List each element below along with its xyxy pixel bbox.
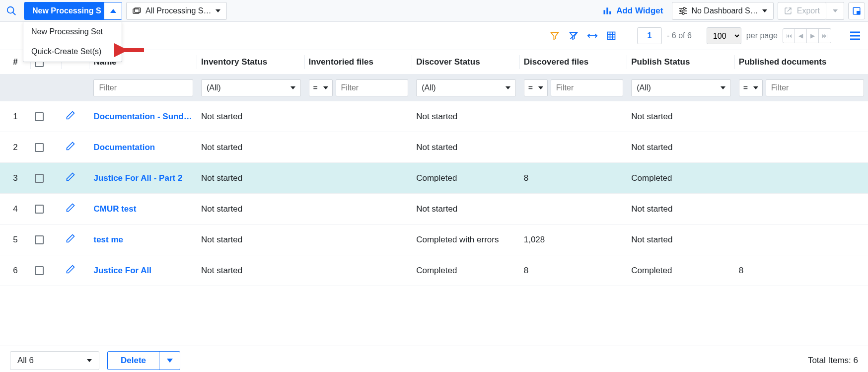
cell-inventoried-files [305,132,413,163]
dropdown-item-quick-create-sets[interactable]: Quick-Create Set(s) [23,42,122,62]
dashboard-selector[interactable]: No Dashboard S… [672,2,773,20]
row-name-link[interactable]: Justice For All - Part 2 [93,173,182,183]
cell-publish-status: Completed [627,163,735,194]
cell-published-documents [735,224,868,255]
pencil-icon[interactable] [66,236,75,245]
checkbox-icon[interactable] [35,266,44,275]
clear-filter-icon[interactable] [567,29,580,43]
svg-point-8 [683,7,685,9]
export-icon [784,7,792,15]
chart-icon [602,6,612,16]
table-row[interactable]: 5test meNot startedCompleted with errors… [0,224,868,255]
checkbox-icon[interactable] [35,235,44,244]
pencil-icon[interactable] [66,113,75,122]
checkbox-icon[interactable] [35,174,44,183]
cell-published-documents [735,194,868,224]
table-row[interactable]: 3Justice For All - Part 2Not startedComp… [0,163,868,194]
pager-last[interactable]: ⏭ [819,29,831,43]
search-icon[interactable] [3,2,20,19]
checkbox-icon[interactable] [35,112,44,121]
filter-discovered-files[interactable] [551,79,624,96]
dropdown-item-new-processing-set[interactable]: New Processing Set [23,22,122,42]
export-caret[interactable] [826,2,844,20]
row-name-link[interactable]: test me [93,235,123,244]
page-size-select[interactable]: 100 [707,27,741,44]
filter-op-inventoried[interactable]: = [309,79,333,96]
filter-name[interactable] [93,79,193,96]
new-processing-set-button[interactable]: New Processing S [24,2,104,19]
new-processing-set-split-button[interactable]: New Processing S [24,2,122,20]
checkbox-icon[interactable] [35,143,44,152]
layout-toggle-button[interactable] [848,2,865,19]
col-inventoried-files[interactable]: Inventoried files [305,50,413,74]
grid-view-icon[interactable] [604,29,618,43]
svg-rect-5 [607,7,608,14]
table-row[interactable]: 2DocumentationNot startedNot startedNot … [0,132,868,163]
row-name-link[interactable]: Documentation [93,143,155,152]
checkbox-icon[interactable] [35,205,44,214]
cell-publish-status: Not started [627,132,735,163]
processing-sets-table: # Name Inventory Status Inventoried file… [0,50,868,286]
chevron-down-icon [290,86,295,89]
col-discovered-files[interactable]: Discovered files [520,50,628,74]
row-edit-cell [62,101,90,132]
dashboard-selector-label: No Dashboard S… [691,6,758,15]
footer-bar: All 6 Delete Total Items: 6 [0,346,868,372]
row-name-link[interactable]: Documentation - Sund… [93,112,192,121]
filter-op-published[interactable]: = [739,79,763,96]
table-row[interactable]: 6Justice For AllNot startedCompleted8Com… [0,255,868,286]
cell-discovered-files [520,132,628,163]
bulk-action-split-button[interactable]: Delete [107,351,180,370]
col-published-documents[interactable]: Published documents [735,50,868,74]
pencil-icon[interactable] [66,205,75,215]
selection-scope-dropdown[interactable]: All 6 [10,351,99,370]
col-discover-status[interactable]: Discover Status [412,50,520,74]
hamburger-menu-icon[interactable] [848,29,862,43]
chevron-down-icon [216,9,220,12]
filter-publish-status[interactable]: (All) [631,79,731,96]
filter-published-documents[interactable] [766,79,864,96]
row-number: 5 [0,224,31,255]
table-row[interactable]: 4CMUR testNot startedNot startedNot star… [0,194,868,224]
row-number: 6 [0,255,31,286]
bulk-action-caret[interactable] [159,352,180,370]
row-edit-cell [62,132,90,163]
row-name-link[interactable]: Justice For All [93,266,151,275]
filter-inventory-status[interactable]: (All) [201,79,301,96]
cell-inventory-status: Not started [197,132,305,163]
add-widget-button[interactable]: Add Widget [597,6,668,16]
row-checkbox-cell [31,132,62,163]
chevron-down-icon [753,86,758,89]
filter-op-discovered[interactable]: = [524,79,548,96]
pencil-icon[interactable] [66,267,75,276]
cell-inventory-status: Not started [197,224,305,255]
pager: ⏮ ◀ ▶ ⏭ [783,28,831,43]
page-number-input[interactable] [637,27,662,44]
pencil-icon[interactable] [66,144,75,153]
export-button[interactable]: Export [778,2,826,20]
pager-prev[interactable]: ◀ [795,29,807,43]
table-row[interactable]: 1Documentation - Sund…Not startedNot sta… [0,101,868,132]
col-inventory-status[interactable]: Inventory Status [197,50,305,74]
col-publish-status[interactable]: Publish Status [627,50,735,74]
bulk-action-label[interactable]: Delete [108,352,159,370]
fit-columns-icon[interactable] [585,29,599,43]
filter-icon[interactable] [548,29,562,43]
annotation-arrow-icon [114,43,149,58]
svg-rect-6 [609,11,611,14]
pager-next[interactable]: ▶ [807,29,819,43]
cell-name: Justice For All - Part 2 [89,163,197,194]
view-selector[interactable]: All Processing S… [126,2,227,20]
pencil-icon[interactable] [66,174,75,184]
export-label: Export [797,6,820,15]
filter-inventoried-files[interactable] [336,79,409,96]
cell-discover-status: Completed [412,163,520,194]
chevron-down-icon [833,9,838,12]
row-name-link[interactable]: CMUR test [93,204,136,214]
svg-line-16 [570,32,577,39]
row-number: 2 [0,132,31,163]
pager-first[interactable]: ⏮ [783,29,795,43]
new-processing-set-caret[interactable] [104,2,122,19]
filter-discover-status[interactable]: (All) [416,79,516,96]
cell-published-documents [735,101,868,132]
